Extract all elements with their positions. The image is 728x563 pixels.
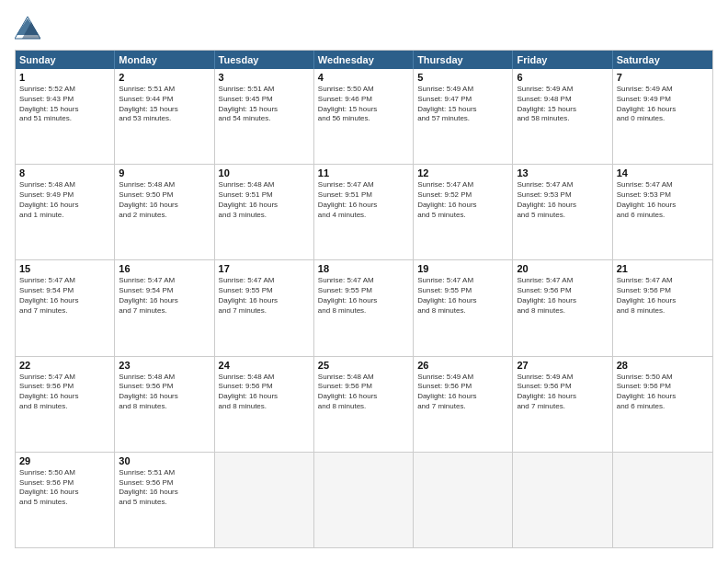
logo-icon bbox=[15, 15, 40, 40]
week-row-3: 15Sunrise: 5:47 AM Sunset: 9:54 PM Dayli… bbox=[16, 259, 712, 355]
day-info: Sunrise: 5:49 AM Sunset: 9:56 PM Dayligh… bbox=[417, 373, 508, 412]
calendar-body: 1Sunrise: 5:52 AM Sunset: 9:43 PM Daylig… bbox=[16, 69, 712, 547]
day-cell-20: 20Sunrise: 5:47 AM Sunset: 9:56 PM Dayli… bbox=[513, 260, 612, 355]
day-cell-9: 9Sunrise: 5:48 AM Sunset: 9:50 PM Daylig… bbox=[115, 165, 214, 259]
day-info: Sunrise: 5:48 AM Sunset: 9:56 PM Dayligh… bbox=[119, 373, 210, 412]
day-info: Sunrise: 5:47 AM Sunset: 9:56 PM Dayligh… bbox=[617, 276, 709, 316]
empty-cell bbox=[613, 453, 712, 547]
calendar-header: SundayMondayTuesdayWednesdayThursdayFrid… bbox=[16, 51, 712, 69]
empty-cell bbox=[414, 453, 513, 547]
day-number: 7 bbox=[617, 72, 709, 83]
day-cell-14: 14Sunrise: 5:47 AM Sunset: 9:53 PM Dayli… bbox=[613, 165, 712, 259]
header-day-friday: Friday bbox=[513, 51, 612, 69]
day-cell-6: 6Sunrise: 5:49 AM Sunset: 9:48 PM Daylig… bbox=[513, 69, 612, 164]
day-number: 12 bbox=[417, 167, 508, 178]
day-number: 29 bbox=[19, 455, 110, 466]
day-cell-3: 3Sunrise: 5:51 AM Sunset: 9:45 PM Daylig… bbox=[215, 69, 314, 164]
day-info: Sunrise: 5:47 AM Sunset: 9:55 PM Dayligh… bbox=[417, 276, 508, 316]
day-number: 2 bbox=[119, 72, 210, 83]
day-info: Sunrise: 5:47 AM Sunset: 9:55 PM Dayligh… bbox=[219, 276, 310, 316]
header-day-wednesday: Wednesday bbox=[314, 51, 414, 69]
day-info: Sunrise: 5:49 AM Sunset: 9:47 PM Dayligh… bbox=[417, 85, 508, 124]
day-info: Sunrise: 5:49 AM Sunset: 9:56 PM Dayligh… bbox=[517, 373, 608, 412]
day-number: 23 bbox=[119, 360, 210, 371]
day-info: Sunrise: 5:49 AM Sunset: 9:48 PM Dayligh… bbox=[517, 85, 608, 124]
day-cell-18: 18Sunrise: 5:47 AM Sunset: 9:55 PM Dayli… bbox=[314, 260, 414, 355]
day-number: 27 bbox=[517, 360, 608, 371]
day-cell-7: 7Sunrise: 5:49 AM Sunset: 9:49 PM Daylig… bbox=[613, 69, 712, 164]
day-info: Sunrise: 5:47 AM Sunset: 9:52 PM Dayligh… bbox=[417, 180, 508, 220]
day-number: 20 bbox=[517, 263, 608, 274]
day-cell-12: 12Sunrise: 5:47 AM Sunset: 9:52 PM Dayli… bbox=[414, 165, 513, 259]
day-cell-24: 24Sunrise: 5:48 AM Sunset: 9:56 PM Dayli… bbox=[215, 357, 314, 452]
header-day-thursday: Thursday bbox=[414, 51, 513, 69]
week-row-1: 1Sunrise: 5:52 AM Sunset: 9:43 PM Daylig… bbox=[16, 69, 712, 164]
day-number: 9 bbox=[119, 167, 210, 178]
day-info: Sunrise: 5:51 AM Sunset: 9:56 PM Dayligh… bbox=[119, 468, 210, 508]
day-number: 11 bbox=[318, 167, 409, 178]
day-number: 13 bbox=[517, 167, 608, 178]
day-info: Sunrise: 5:47 AM Sunset: 9:56 PM Dayligh… bbox=[517, 276, 608, 316]
day-number: 30 bbox=[119, 455, 210, 466]
day-info: Sunrise: 5:51 AM Sunset: 9:45 PM Dayligh… bbox=[219, 85, 310, 124]
day-number: 1 bbox=[19, 72, 110, 83]
day-info: Sunrise: 5:47 AM Sunset: 9:54 PM Dayligh… bbox=[119, 276, 210, 316]
day-info: Sunrise: 5:50 AM Sunset: 9:56 PM Dayligh… bbox=[617, 373, 709, 412]
day-info: Sunrise: 5:48 AM Sunset: 9:49 PM Dayligh… bbox=[19, 180, 110, 220]
day-cell-13: 13Sunrise: 5:47 AM Sunset: 9:53 PM Dayli… bbox=[513, 165, 612, 259]
day-info: Sunrise: 5:47 AM Sunset: 9:53 PM Dayligh… bbox=[517, 180, 608, 220]
day-info: Sunrise: 5:51 AM Sunset: 9:44 PM Dayligh… bbox=[119, 85, 210, 124]
day-number: 19 bbox=[417, 263, 508, 274]
day-number: 4 bbox=[318, 72, 409, 83]
day-cell-22: 22Sunrise: 5:47 AM Sunset: 9:56 PM Dayli… bbox=[16, 357, 115, 452]
day-info: Sunrise: 5:48 AM Sunset: 9:51 PM Dayligh… bbox=[219, 180, 310, 220]
day-cell-15: 15Sunrise: 5:47 AM Sunset: 9:54 PM Dayli… bbox=[16, 260, 115, 355]
day-info: Sunrise: 5:49 AM Sunset: 9:49 PM Dayligh… bbox=[617, 85, 709, 124]
day-number: 24 bbox=[219, 360, 310, 371]
day-info: Sunrise: 5:48 AM Sunset: 9:56 PM Dayligh… bbox=[219, 373, 310, 412]
day-cell-29: 29Sunrise: 5:50 AM Sunset: 9:56 PM Dayli… bbox=[16, 453, 115, 547]
day-cell-16: 16Sunrise: 5:47 AM Sunset: 9:54 PM Dayli… bbox=[115, 260, 214, 355]
day-cell-23: 23Sunrise: 5:48 AM Sunset: 9:56 PM Dayli… bbox=[115, 357, 214, 452]
header-day-sunday: Sunday bbox=[16, 51, 115, 69]
header-day-saturday: Saturday bbox=[613, 51, 712, 69]
day-info: Sunrise: 5:50 AM Sunset: 9:46 PM Dayligh… bbox=[318, 85, 409, 124]
day-cell-19: 19Sunrise: 5:47 AM Sunset: 9:55 PM Dayli… bbox=[414, 260, 513, 355]
header-day-tuesday: Tuesday bbox=[215, 51, 314, 69]
day-cell-5: 5Sunrise: 5:49 AM Sunset: 9:47 PM Daylig… bbox=[414, 69, 513, 164]
day-cell-4: 4Sunrise: 5:50 AM Sunset: 9:46 PM Daylig… bbox=[314, 69, 414, 164]
empty-cell bbox=[314, 453, 414, 547]
day-number: 14 bbox=[617, 167, 709, 178]
day-number: 28 bbox=[617, 360, 709, 371]
day-cell-2: 2Sunrise: 5:51 AM Sunset: 9:44 PM Daylig… bbox=[115, 69, 214, 164]
day-cell-11: 11Sunrise: 5:47 AM Sunset: 9:51 PM Dayli… bbox=[314, 165, 414, 259]
day-info: Sunrise: 5:47 AM Sunset: 9:53 PM Dayligh… bbox=[617, 180, 709, 220]
calendar: SundayMondayTuesdayWednesdayThursdayFrid… bbox=[15, 50, 713, 548]
day-cell-26: 26Sunrise: 5:49 AM Sunset: 9:56 PM Dayli… bbox=[414, 357, 513, 452]
day-number: 26 bbox=[417, 360, 508, 371]
day-info: Sunrise: 5:50 AM Sunset: 9:56 PM Dayligh… bbox=[19, 468, 110, 508]
day-cell-25: 25Sunrise: 5:48 AM Sunset: 9:56 PM Dayli… bbox=[314, 357, 414, 452]
day-cell-1: 1Sunrise: 5:52 AM Sunset: 9:43 PM Daylig… bbox=[16, 69, 115, 164]
day-info: Sunrise: 5:47 AM Sunset: 9:55 PM Dayligh… bbox=[318, 276, 409, 316]
day-cell-10: 10Sunrise: 5:48 AM Sunset: 9:51 PM Dayli… bbox=[215, 165, 314, 259]
day-number: 10 bbox=[219, 167, 310, 178]
empty-cell bbox=[215, 453, 314, 547]
day-cell-21: 21Sunrise: 5:47 AM Sunset: 9:56 PM Dayli… bbox=[613, 260, 712, 355]
day-cell-8: 8Sunrise: 5:48 AM Sunset: 9:49 PM Daylig… bbox=[16, 165, 115, 259]
day-cell-28: 28Sunrise: 5:50 AM Sunset: 9:56 PM Dayli… bbox=[613, 357, 712, 452]
day-number: 21 bbox=[617, 263, 709, 274]
day-number: 15 bbox=[19, 263, 110, 274]
week-row-2: 8Sunrise: 5:48 AM Sunset: 9:49 PM Daylig… bbox=[16, 164, 712, 259]
day-info: Sunrise: 5:48 AM Sunset: 9:50 PM Dayligh… bbox=[119, 180, 210, 220]
day-number: 25 bbox=[318, 360, 409, 371]
empty-cell bbox=[513, 453, 612, 547]
day-number: 22 bbox=[19, 360, 110, 371]
day-number: 6 bbox=[517, 72, 608, 83]
day-info: Sunrise: 5:47 AM Sunset: 9:51 PM Dayligh… bbox=[318, 180, 409, 220]
day-number: 17 bbox=[219, 263, 310, 274]
day-info: Sunrise: 5:48 AM Sunset: 9:56 PM Dayligh… bbox=[318, 373, 409, 412]
day-cell-30: 30Sunrise: 5:51 AM Sunset: 9:56 PM Dayli… bbox=[115, 453, 214, 547]
day-number: 18 bbox=[318, 263, 409, 274]
day-cell-17: 17Sunrise: 5:47 AM Sunset: 9:55 PM Dayli… bbox=[215, 260, 314, 355]
